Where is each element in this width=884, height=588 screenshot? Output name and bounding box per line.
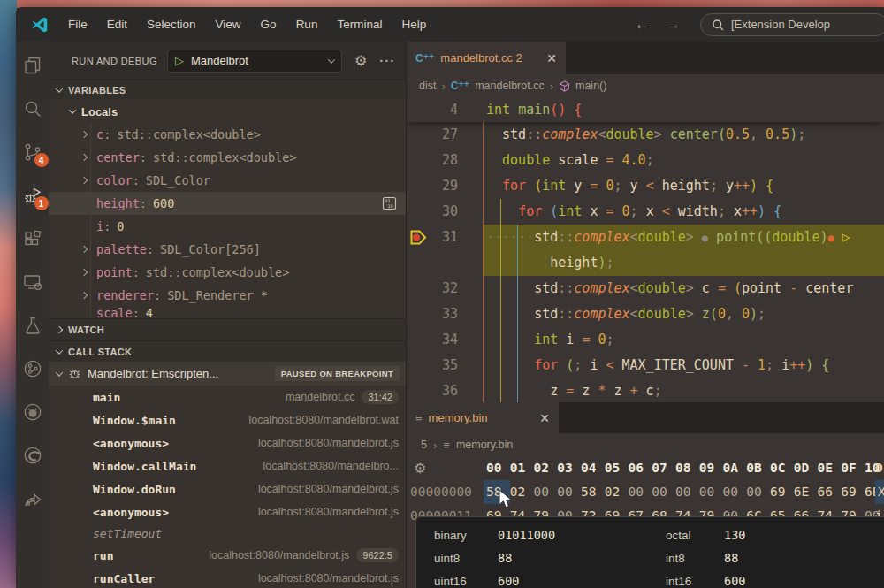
live-share-icon[interactable]	[19, 484, 46, 513]
tab-memory-bin[interactable]: ≡ memory.bin ✕	[407, 402, 559, 433]
hex-byte[interactable]: 00	[723, 480, 747, 504]
code-line-29[interactable]: 29 for (int y = 0; y < height; y++) {	[407, 173, 884, 199]
breadcrumb-folder[interactable]: dist	[419, 80, 436, 92]
code-line-32[interactable]: 32 std::complex<double> c = (point - cen…	[407, 276, 884, 302]
source-control-icon[interactable]: 4	[19, 137, 46, 166]
frame-name: runCaller	[93, 572, 155, 585]
menu-item-run[interactable]: Run	[286, 13, 328, 35]
debug-session-row[interactable]: Mandelbrot: Emscripten... PAUSED ON BREA…	[49, 362, 406, 386]
view-binary-icon[interactable]: 0110	[382, 196, 397, 210]
search-icon[interactable]	[19, 94, 46, 123]
hex-byte[interactable]: 69	[770, 480, 794, 504]
stack-frame-row[interactable]: <anonymous>localhost:8080/mandelbrot.js	[49, 431, 406, 454]
gear-icon[interactable]: ⚙	[414, 456, 426, 480]
hex-byte[interactable]: 00	[652, 480, 675, 504]
menu-item-selection[interactable]: Selection	[137, 13, 206, 35]
start-debug-icon[interactable]: ▷	[175, 55, 184, 66]
stack-frame-row[interactable]: setTimeout	[49, 523, 406, 544]
code-text: for (int x = 0; x < width; x++) {	[486, 199, 781, 225]
hex-byte[interactable]: 02	[605, 480, 629, 504]
variables-section-header[interactable]: VARIABLES	[49, 80, 406, 100]
hex-byte[interactable]: 00	[629, 480, 652, 504]
variable-row-palette[interactable]: palette:SDL_Color[256]	[49, 238, 406, 261]
variable-row-i[interactable]: i:0	[49, 215, 406, 238]
menu-item-terminal[interactable]: Terminal	[327, 13, 392, 35]
code-line-35[interactable]: 35 for (; i < MAX_ITER_COUNT - 1; i++) {	[407, 353, 884, 378]
back-icon[interactable]: ←	[635, 16, 650, 34]
hex-byte[interactable]: 69	[841, 480, 865, 504]
chevron-right-icon: ›	[433, 439, 437, 452]
variable-row-center[interactable]: center:std::complex<double>	[49, 146, 406, 169]
variable-row-scale[interactable]: scale:4	[49, 307, 406, 318]
inspector-value: 600	[724, 574, 745, 588]
stack-frame-row[interactable]: Window.callMainlocalhost:8080/mandelbro.…	[49, 454, 406, 477]
workbench: 41 RUN AND DEBUG ▷ Mandelbrot ⚙ ··· VARI…	[16, 42, 884, 588]
variable-row-c[interactable]: c:std::complex<double>	[49, 123, 406, 146]
more-actions-icon[interactable]: ···	[379, 53, 395, 68]
hex-byte[interactable]: 6E	[794, 480, 818, 504]
tab-mandelbrot[interactable]: C⁺⁺ mandelbrot.cc 2 ✕	[407, 42, 566, 74]
testing-icon[interactable]	[19, 310, 46, 340]
edge-devtools-icon[interactable]	[19, 440, 46, 470]
menu-item-help[interactable]: Help	[392, 13, 436, 35]
code-line-31[interactable]: 31······std::complex<double> ● point((do…	[407, 225, 884, 250]
stack-frame-row[interactable]: <anonymous>localhost:8080/mandelbrot.js	[49, 500, 406, 523]
variable-row-color[interactable]: color:SDL_Color	[49, 169, 406, 192]
code-text: for (; i < MAX_ITER_COUNT - 1; i++) {	[486, 353, 829, 378]
code-line-wrap[interactable]: height);	[407, 250, 884, 276]
line-number: 29	[407, 173, 458, 199]
breadcrumb-symbol[interactable]: main()	[575, 80, 606, 92]
github-icon[interactable]	[19, 397, 46, 426]
watch-section-header[interactable]: WATCH	[49, 318, 406, 340]
code-line-34[interactable]: 34 int i = 0;	[407, 327, 884, 353]
hex-byte[interactable]: 00	[699, 480, 723, 504]
hex-byte[interactable]: 66	[818, 480, 842, 504]
code-line-33[interactable]: 33 std::complex<double> z(0, 0);	[407, 302, 884, 327]
variable-row-renderer[interactable]: renderer:SDL_Renderer *	[49, 284, 406, 307]
stack-frame-row[interactable]: Window.$mainlocalhost:8080/mandelbrot.wa…	[49, 409, 406, 431]
launch-config-dropdown[interactable]: ▷ Mandelbrot	[167, 50, 342, 73]
gear-icon[interactable]: ⚙	[354, 52, 367, 69]
hex-byte[interactable]: 58	[581, 480, 605, 504]
breadcrumbs: dist › C⁺⁺ mandelbrot.cc › main()	[407, 74, 884, 97]
menu-item-edit[interactable]: Edit	[97, 13, 137, 35]
breadcrumb-file[interactable]: mandelbrot.cc	[475, 80, 545, 92]
code-line-36[interactable]: 36 z = z * z + c;	[407, 378, 884, 402]
sticky-scroll-line[interactable]: 4int main() {	[407, 97, 884, 122]
hex-byte[interactable]: 00	[557, 480, 581, 504]
line-number: 34	[407, 327, 458, 353]
stack-frame-row[interactable]: mainmandelbrot.cc31:42	[49, 386, 406, 409]
forward-icon[interactable]: →	[666, 16, 681, 34]
breadcrumb-file[interactable]: memory.bin	[456, 439, 513, 451]
scope-locals[interactable]: Locals	[49, 100, 406, 123]
hex-byte[interactable]: 00	[746, 480, 770, 504]
breadcrumb-session[interactable]: 5	[421, 439, 427, 451]
explorer-icon[interactable]	[19, 50, 46, 80]
code-line-27[interactable]: 27 std::complex<double> center(0.5, 0.5)…	[407, 122, 884, 148]
command-center-search[interactable]: [Extension Develop	[700, 13, 884, 36]
code-line-30[interactable]: 30 for (int x = 0; x < width; x++) {	[407, 199, 884, 225]
stack-frame-row[interactable]: runlocalhost:8080/mandelbrot.js9622:5	[49, 544, 406, 567]
search-title-text: [Extension Develop	[731, 18, 830, 31]
close-icon[interactable]: ✕	[539, 411, 550, 425]
menu-item-view[interactable]: View	[206, 13, 251, 35]
menu-item-file[interactable]: File	[58, 13, 97, 35]
code-area[interactable]: 27 std::complex<double> center(0.5, 0.5)…	[407, 122, 884, 402]
code-line-28[interactable]: 28 double scale = 4.0;	[407, 148, 884, 173]
stack-frame-row[interactable]: Window.doRunlocalhost:8080/mandelbrot.js	[49, 477, 406, 500]
run-debug-icon[interactable]: 1	[19, 180, 46, 210]
extensions-icon[interactable]	[19, 224, 46, 253]
call-stack-section-header[interactable]: CALL STACK	[49, 340, 406, 362]
variable-row-point[interactable]: point:std::complex<double>	[49, 261, 406, 284]
hex-byte[interactable]: 00	[534, 480, 558, 504]
hex-row-00000000[interactable]: 00000000580200005802000000000000696E6669…	[407, 480, 884, 504]
menu-item-go[interactable]: Go	[251, 13, 286, 35]
wasm-debug-icon[interactable]	[19, 354, 46, 383]
remote-explorer-icon[interactable]	[19, 267, 46, 296]
stack-frame-row[interactable]: runCallerlocalhost:8080/mandelbrot.js	[49, 567, 406, 588]
hex-byte[interactable]: 00	[675, 480, 699, 504]
variable-row-height[interactable]: height:6000110	[49, 192, 406, 215]
inspector-row: uint888int888	[416, 546, 884, 569]
activity-badge: 4	[34, 153, 49, 167]
close-icon[interactable]: ✕	[546, 51, 557, 65]
